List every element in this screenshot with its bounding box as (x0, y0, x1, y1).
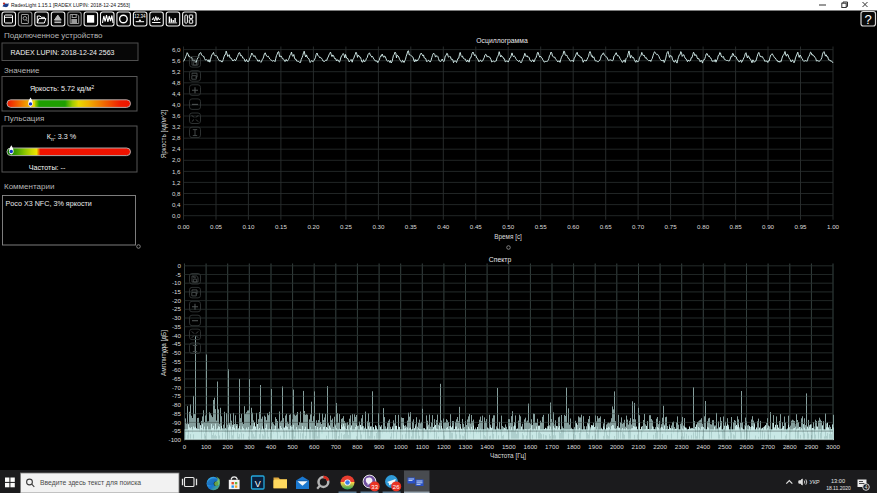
svg-text:V: V (255, 479, 261, 489)
svg-text:Введите здесь текст для поиска: Введите здесь текст для поиска (40, 479, 141, 487)
svg-text:18.11.2020: 18.11.2020 (826, 485, 851, 491)
svg-text:26: 26 (393, 484, 400, 490)
svg-text:13:00: 13:00 (831, 478, 845, 484)
svg-text:33: 33 (371, 484, 378, 490)
svg-text:УКР: УКР (810, 479, 821, 485)
svg-text:4: 4 (865, 485, 868, 490)
